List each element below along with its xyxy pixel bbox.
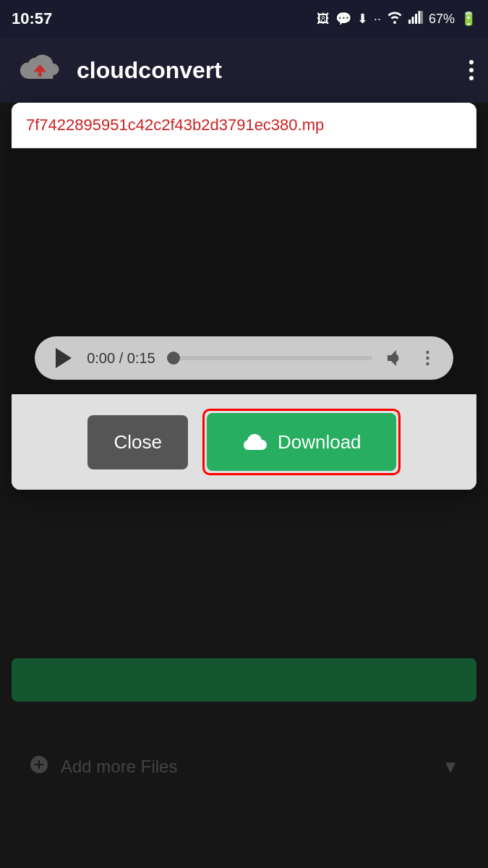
battery-icon: 🔋: [461, 11, 476, 27]
download-label: Download: [278, 431, 361, 454]
three-dots-menu[interactable]: [469, 60, 474, 80]
volume-icon: [385, 348, 406, 368]
video-area: 0:00 / 0:15 ⋮: [12, 148, 476, 394]
progress-thumb[interactable]: [167, 352, 180, 365]
wifi-icon: [387, 11, 403, 27]
volume-button[interactable]: [384, 346, 407, 370]
download-button-wrapper: Download: [202, 409, 401, 475]
dot1: [469, 60, 474, 64]
modal-buttons: Close Download: [12, 394, 476, 490]
cloudconvert-logo-icon: [17, 47, 64, 94]
status-bar: 10:57 🖼 💬 ⬇ ·· 67% 🔋: [0, 0, 488, 38]
svg-rect-0: [408, 20, 411, 24]
status-icons: 🖼 💬 ⬇ ·· 67% 🔋: [317, 11, 476, 27]
app-logo: [14, 45, 65, 95]
close-button[interactable]: Close: [87, 415, 187, 469]
time-display: 0:00 / 0:15: [87, 350, 155, 367]
cloud-download-icon: [242, 431, 267, 453]
signal-icon: [408, 11, 423, 27]
download-button[interactable]: Download: [207, 413, 396, 471]
svg-rect-1: [411, 17, 414, 24]
status-time: 10:57: [12, 9, 52, 28]
download-cloud-icon: [241, 429, 267, 455]
dot2: [469, 68, 474, 72]
more-icon: ··: [374, 12, 381, 27]
messenger-icon: 💬: [335, 11, 351, 27]
battery-percent: 67%: [429, 12, 455, 27]
file-name-bar: 7f7422895951c42c2f43b2d3791ec380.mp: [12, 103, 476, 148]
modal-card: 7f7422895951c42c2f43b2d3791ec380.mp 0:00…: [12, 103, 476, 490]
app-title: cloudconvert: [77, 57, 222, 84]
app-bar: cloudconvert: [0, 38, 488, 103]
svg-rect-2: [415, 14, 417, 24]
play-button[interactable]: [52, 346, 75, 370]
dot3: [469, 76, 474, 80]
more-button[interactable]: ⋮: [419, 348, 436, 368]
media-controls: 0:00 / 0:15 ⋮: [35, 336, 453, 380]
play-icon: [56, 348, 72, 368]
download-icon: ⬇: [357, 11, 368, 27]
progress-bar[interactable]: [167, 356, 372, 360]
svg-rect-3: [418, 11, 420, 24]
app-bar-left: cloudconvert: [14, 45, 222, 95]
svg-rect-4: [421, 11, 423, 24]
photo-icon: 🖼: [317, 12, 330, 27]
file-name-text: 7f7422895951c42c2f43b2d3791ec380.mp: [26, 116, 462, 135]
